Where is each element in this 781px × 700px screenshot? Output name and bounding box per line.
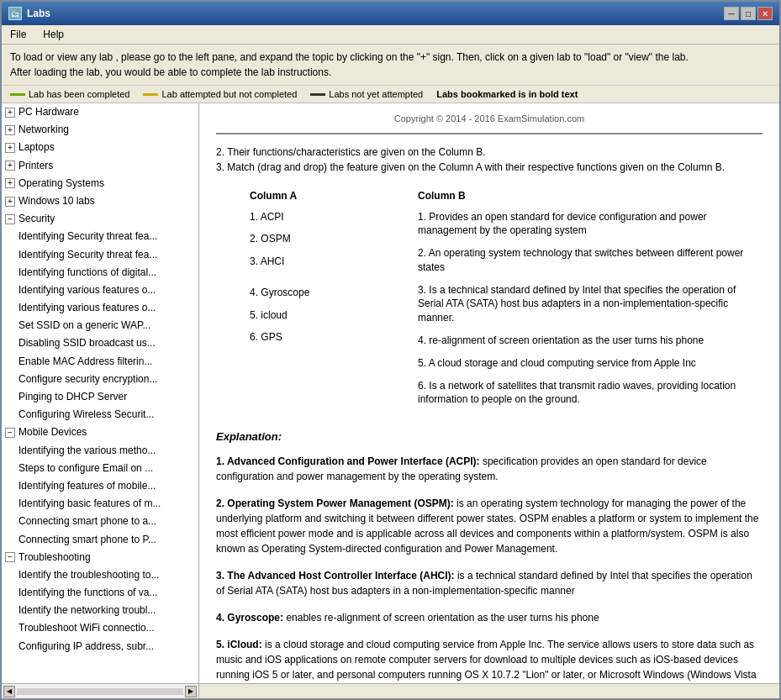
- col-b-row-6: 6. Is a network of satellites that trans…: [418, 379, 763, 408]
- info-line2: After loading the lab, you would be able…: [10, 65, 771, 80]
- col-a-row-6[interactable]: 6. GPS: [250, 330, 384, 345]
- sidebar-label-windows10: Windows 10 labs: [18, 193, 95, 209]
- maximize-button[interactable]: □: [741, 7, 756, 20]
- sidebar-label-sec-ping: Pinging to DHCP Server: [18, 389, 127, 405]
- col-b-row-1: 1. Provides an open standard for device …: [418, 210, 763, 239]
- footer-bar: ◀ ▶: [2, 683, 779, 698]
- sidebar-item-mob-basic[interactable]: Identifying basic features of m...: [2, 495, 198, 513]
- expand-icon-laptops[interactable]: +: [5, 143, 15, 153]
- sidebar-label-mob-basic: Identifying basic features of m...: [18, 496, 161, 512]
- expand-icon-networking[interactable]: +: [5, 125, 15, 135]
- sidebar-item-sec-mac[interactable]: Enable MAC Address filterin...: [2, 353, 198, 371]
- sidebar-label-networking: Networking: [18, 122, 69, 138]
- sidebar-label-trbl-functions: Identifying the functions of va...: [18, 585, 157, 601]
- app-icon: 🗂: [8, 7, 22, 20]
- exp-2: 2. Operating System Power Management (OS…: [216, 496, 763, 556]
- sidebar-item-networking[interactable]: + Networking: [2, 121, 198, 139]
- sidebar-item-mob-features-mobile[interactable]: Identifying features of mobile...: [2, 477, 198, 495]
- exp-1: 1. Advanced Configuration and Power Inte…: [216, 454, 763, 484]
- col-a-row-5[interactable]: 5. icloud: [250, 308, 384, 323]
- exp-5-title: 5. iCloud:: [216, 639, 262, 650]
- content-area[interactable]: Copyright © 2014 - 2016 ExamSimulation.c…: [199, 103, 779, 683]
- sidebar-item-trbl-wifi[interactable]: Troubleshoot WiFi connectio...: [2, 619, 198, 637]
- col-a-row-4[interactable]: 4. Gyroscope: [250, 286, 384, 300]
- sidebar-item-trbl-ip[interactable]: Configuring IP address, subr...: [2, 638, 198, 655]
- sidebar-item-mobile-devices[interactable]: − Mobile Devices: [2, 424, 198, 441]
- sidebar-item-windows-10-labs[interactable]: + Windows 10 labs: [2, 192, 198, 210]
- legend-attempted-dash: [143, 93, 158, 96]
- sidebar-item-sec-threat2[interactable]: Identifying Security threat fea...: [2, 246, 198, 264]
- col-a-row-2[interactable]: 2. OSPM: [250, 232, 384, 246]
- sidebar-item-operating-systems[interactable]: + Operating Systems: [2, 175, 198, 192]
- exp-5: 5. iCloud: is a cloud storage and cloud …: [216, 637, 763, 683]
- sidebar-item-sec-config[interactable]: Configure security encryption...: [2, 371, 198, 388]
- window-controls: ─ □ ✕: [724, 7, 773, 20]
- expand-icon-troubleshooting[interactable]: −: [5, 552, 15, 562]
- sidebar-label-sec-various1: Identifying various features o...: [18, 282, 156, 298]
- sidebar-item-sec-wireless[interactable]: Configuring Wireless Securit...: [2, 406, 198, 424]
- exp-3: 3. The Advanced Host Controller Interfac…: [216, 568, 763, 598]
- sidebar-label-sec-config: Configure security encryption...: [18, 371, 157, 387]
- sidebar-item-laptops[interactable]: + Laptops: [2, 139, 198, 156]
- sidebar-label-security: Security: [18, 211, 55, 227]
- sidebar-item-printers[interactable]: + Printers: [2, 157, 198, 175]
- column-a: Column A 1. ACPI 2. OSPM 3. AHCI 4. Gyro…: [250, 188, 384, 416]
- sidebar-item-trbl-functions[interactable]: Identifying the functions of va...: [2, 584, 198, 602]
- col-b-header: Column B: [418, 188, 763, 203]
- sidebar-label-sec-wireless: Configuring Wireless Securit...: [18, 407, 154, 423]
- expand-icon-pc-hardware[interactable]: +: [5, 108, 15, 118]
- sidebar-item-mob-email[interactable]: Steps to configure Email on ...: [2, 460, 198, 477]
- main-area: + PC Hardware + Networking + Laptops + P…: [2, 103, 779, 683]
- exp-5-body: is a cloud storage and cloud computing s…: [216, 639, 757, 683]
- menu-file[interactable]: File: [5, 27, 31, 42]
- sidebar-item-security[interactable]: − Security: [2, 210, 198, 228]
- col-a-row-3[interactable]: 3. AHCI: [250, 255, 384, 269]
- sidebar-item-sec-various1[interactable]: Identifying various features o...: [2, 282, 198, 299]
- legend-completed-dash: [10, 93, 25, 96]
- sidebar-item-sec-threat1[interactable]: Identifying Security threat fea...: [2, 228, 198, 245]
- sidebar-item-mob-connect-p[interactable]: Connecting smart phone to P...: [2, 531, 198, 549]
- scroll-right-arrow[interactable]: ▶: [185, 686, 197, 697]
- scroll-left-arrow[interactable]: ◀: [3, 686, 15, 697]
- sidebar-item-sec-ssid[interactable]: Set SSID on a generic WAP...: [2, 317, 198, 334]
- legend-not-attempted-dash: [310, 93, 325, 96]
- sidebar-item-sec-disable[interactable]: Disabling SSID broadcast us...: [2, 334, 198, 352]
- menu-help[interactable]: Help: [38, 27, 69, 42]
- minimize-button[interactable]: ─: [724, 7, 739, 20]
- sidebar-item-sec-digital[interactable]: Identifying functions of digital...: [2, 264, 198, 282]
- sidebar-item-trbl-identify[interactable]: Identify the troubleshooting to...: [2, 566, 198, 584]
- col-b-row-3: 3. Is a technical standard defined by In…: [418, 283, 763, 325]
- sidebar-label-sec-digital: Identifying functions of digital...: [18, 265, 156, 281]
- sidebar-label-sec-mac: Enable MAC Address filterin...: [18, 354, 152, 370]
- col-a-row-1[interactable]: 1. ACPI: [250, 210, 384, 224]
- info-line1: To load or view any lab , please go to t…: [10, 50, 771, 65]
- exp-2-title: 2. Operating System Power Management (OS…: [216, 497, 454, 509]
- sidebar-item-trbl-network[interactable]: Identify the networking troubl...: [2, 602, 198, 619]
- sidebar-item-mob-methods[interactable]: Identifying the various metho...: [2, 442, 198, 460]
- main-window: 🗂 Labs ─ □ ✕ File Help To load or view a…: [0, 0, 781, 700]
- sidebar-label-sec-disable: Disabling SSID broadcast us...: [18, 335, 156, 351]
- sidebar-label-sec-ssid: Set SSID on a generic WAP...: [18, 318, 150, 334]
- exp-1-title: 1. Advanced Configuration and Power Inte…: [216, 455, 480, 467]
- sidebar-hscroll[interactable]: ◀ ▶: [2, 684, 199, 698]
- sidebar-label-trbl-identify: Identify the troubleshooting to...: [18, 567, 159, 583]
- sidebar-label-trbl-wifi: Troubleshoot WiFi connectio...: [18, 620, 155, 636]
- close-button[interactable]: ✕: [757, 7, 773, 20]
- expand-icon-printers[interactable]: +: [5, 161, 15, 171]
- expand-icon-mobile[interactable]: −: [5, 428, 15, 438]
- col-b-row-4: 4. re-alignment of screen orientation as…: [418, 334, 763, 348]
- sidebar[interactable]: + PC Hardware + Networking + Laptops + P…: [2, 103, 199, 683]
- sidebar-item-sec-various2[interactable]: Identifying various features o...: [2, 299, 198, 317]
- sidebar-item-sec-ping[interactable]: Pinging to DHCP Server: [2, 388, 198, 406]
- exp-4-body: enables re-alignment of screen orientati…: [286, 612, 599, 624]
- exp-4: 4. Gyroscope: enables re-alignment of sc…: [216, 610, 763, 625]
- sidebar-item-pc-hardware[interactable]: + PC Hardware: [2, 103, 198, 121]
- expand-icon-windows10[interactable]: +: [5, 197, 15, 207]
- legend-bookmarked: Labs bookmarked is in bold text: [436, 89, 578, 99]
- expand-icon-operating-systems[interactable]: +: [5, 178, 15, 188]
- sidebar-label-laptops: Laptops: [18, 139, 55, 155]
- expand-icon-security[interactable]: −: [5, 214, 15, 224]
- sidebar-item-troubleshooting[interactable]: − Troubleshooting: [2, 549, 198, 566]
- title-bar-left: 🗂 Labs: [8, 7, 50, 20]
- sidebar-item-mob-connect-a[interactable]: Connecting smart phone to a...: [2, 513, 198, 530]
